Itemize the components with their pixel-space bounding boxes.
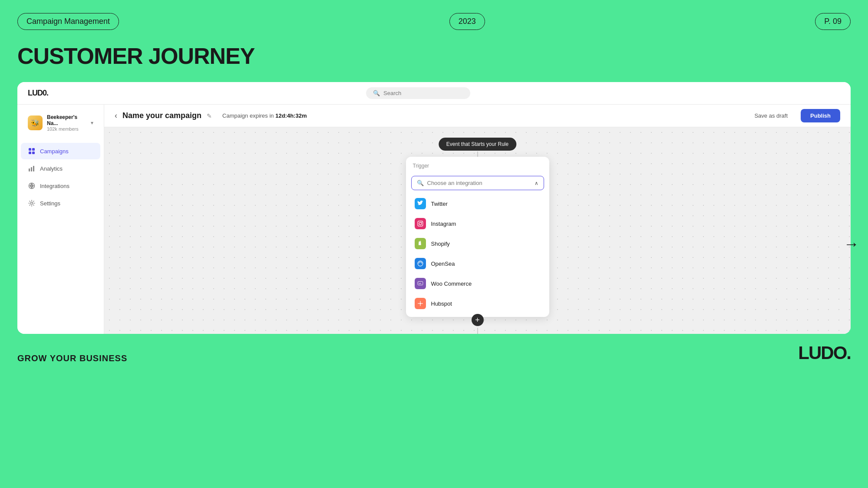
integration-item-twitter[interactable]: Twitter <box>406 194 549 214</box>
save-draft-button[interactable]: Save as draft <box>746 109 795 122</box>
sidebar-item-integrations[interactable]: Integrations <box>21 178 100 194</box>
svg-rect-5 <box>31 167 32 171</box>
integration-item-instagram[interactable]: Instagram <box>406 214 549 234</box>
trigger-card-header: Trigger <box>406 157 549 172</box>
tagline: GROW YOUR BUSINESS <box>17 353 127 363</box>
integration-name-instagram: Instagram <box>431 221 456 227</box>
hubspot-icon <box>415 298 426 309</box>
woocommerce-icon <box>415 278 426 289</box>
sidebar-item-integrations-label: Integrations <box>40 183 69 189</box>
org-info: Beekeeper's Na... 102k members <box>47 114 86 132</box>
svg-point-13 <box>421 222 422 223</box>
sidebar-item-settings[interactable]: Settings <box>21 195 100 211</box>
integration-list: TwitterInstagramShopifyOpenSeaWoo Commer… <box>406 190 549 317</box>
sidebar-item-analytics-label: Analytics <box>40 165 63 172</box>
instagram-icon <box>415 218 426 229</box>
analytics-icon <box>28 165 36 172</box>
connector-line-bottom <box>477 328 478 334</box>
search-input[interactable] <box>383 90 463 96</box>
campaign-actions: Save as draft Publish <box>746 109 840 122</box>
back-button[interactable]: ‹ <box>115 111 117 120</box>
trigger-bubble: Event that Starts your Rule <box>439 138 516 151</box>
top-bar: Campaign Management 2023 P. 09 <box>0 0 868 43</box>
campaign-title: Name your campaign <box>122 111 201 120</box>
org-members: 102k members <box>47 126 86 132</box>
sidebar-item-campaigns-label: Campaigns <box>40 148 69 155</box>
campaigns-icon <box>28 147 36 155</box>
chevron-down-icon: ▾ <box>91 120 93 126</box>
integration-name-hubspot: Hubspot <box>431 300 452 307</box>
svg-point-10 <box>31 202 33 204</box>
search-bar[interactable]: 🔍 <box>366 87 470 99</box>
svg-rect-6 <box>33 166 34 171</box>
integration-item-shopify[interactable]: Shopify <box>406 234 549 254</box>
svg-rect-3 <box>32 152 35 154</box>
integration-name-shopify: Shopify <box>431 241 450 247</box>
integration-item-opensea[interactable]: OpenSea <box>406 254 549 274</box>
sidebar-item-settings-label: Settings <box>40 200 60 207</box>
twitter-icon <box>415 198 426 209</box>
svg-rect-0 <box>29 148 31 151</box>
campaign-expiry: Campaign expires in 12d:4h:32m <box>222 112 307 119</box>
integration-name-twitter: Twitter <box>431 201 448 207</box>
trigger-card: Trigger 🔍 ∧ TwitterInstagramShopifyOpenS… <box>406 157 549 317</box>
publish-button[interactable]: Publish <box>801 109 840 122</box>
edit-icon[interactable]: ✎ <box>207 112 212 119</box>
opensea-icon <box>415 258 426 269</box>
bottom-logo: LUDO. <box>798 343 851 363</box>
app-header: LUD0. 🔍 <box>17 82 851 105</box>
add-node-button[interactable]: + <box>472 314 484 326</box>
org-selector[interactable]: 🐝 Beekeeper's Na... 102k members ▾ <box>21 110 100 136</box>
integration-name-woocommerce: Woo Commerce <box>431 280 472 287</box>
sidebar-item-analytics[interactable]: Analytics <box>21 160 100 177</box>
settings-icon <box>28 199 36 207</box>
trigger-label: Trigger <box>413 163 542 169</box>
app-logo: LUD0. <box>28 89 48 98</box>
app-window: LUD0. 🔍 🐝 Beekeeper's Na... 102k members… <box>17 82 851 334</box>
search-icon: 🔍 <box>373 90 380 96</box>
bottom-section: GROW YOUR BUSINESS LUDO. <box>0 334 868 372</box>
canvas-area: Event that Starts your Rule Trigger 🔍 ∧ <box>104 127 851 334</box>
chevron-up-icon: ∧ <box>535 180 538 186</box>
org-avatar: 🐝 <box>28 115 43 130</box>
campaign-management-badge: Campaign Management <box>17 13 119 30</box>
integration-item-hubspot[interactable]: Hubspot <box>406 293 549 313</box>
sidebar-item-campaigns[interactable]: Campaigns <box>21 143 100 159</box>
shopify-icon <box>415 238 426 249</box>
svg-rect-2 <box>29 152 31 154</box>
svg-rect-11 <box>418 221 423 226</box>
page-number-badge: P. 09 <box>815 13 851 30</box>
year-badge: 2023 <box>449 13 485 30</box>
trigger-search-row[interactable]: 🔍 ∧ <box>411 176 544 190</box>
trigger-search-icon: 🔍 <box>417 180 424 186</box>
integration-item-woocommerce[interactable]: Woo Commerce <box>406 274 549 293</box>
page-title: CUSTOMER JOURNEY <box>0 43 868 82</box>
campaign-bar: ‹ Name your campaign ✎ Campaign expires … <box>104 105 851 127</box>
integrations-icon <box>28 182 36 190</box>
app-body: 🐝 Beekeeper's Na... 102k members ▾ <box>17 105 851 334</box>
svg-rect-4 <box>29 168 30 171</box>
next-arrow[interactable]: → <box>844 235 859 253</box>
sidebar: 🐝 Beekeeper's Na... 102k members ▾ <box>17 105 104 334</box>
svg-rect-1 <box>32 148 35 151</box>
trigger-search-input[interactable] <box>427 180 531 186</box>
svg-point-12 <box>419 222 422 225</box>
svg-point-16 <box>419 303 421 304</box>
integration-name-opensea: OpenSea <box>431 260 455 267</box>
org-name: Beekeeper's Na... <box>47 114 86 126</box>
